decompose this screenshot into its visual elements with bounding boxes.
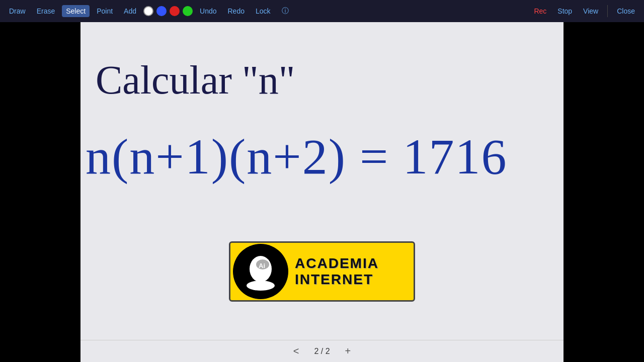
redo-button[interactable]: Redo: [223, 5, 248, 17]
rec-button[interactable]: Rec: [530, 5, 550, 17]
left-black-bar: [0, 22, 80, 362]
prev-page-button[interactable]: <: [288, 343, 304, 359]
color-red-circle[interactable]: [170, 6, 180, 16]
svg-text:Ai: Ai: [259, 262, 265, 269]
page-info: 2 / 2: [314, 347, 330, 356]
stop-button[interactable]: Stop: [553, 5, 576, 17]
toolbar-separator: [607, 5, 608, 17]
whiteboard-title: Calcular "n": [96, 57, 295, 103]
color-green-circle[interactable]: [183, 6, 193, 16]
erase-button[interactable]: Erase: [33, 5, 59, 17]
logo-svg: Ai: [240, 251, 281, 292]
svg-point-2: [247, 281, 275, 291]
whiteboard-content: Calcular "n" n(n+1)(n+2) = 1716 Ai: [80, 22, 564, 342]
next-page-button[interactable]: +: [340, 343, 356, 359]
logo-line1: ACADEMIA: [295, 255, 379, 272]
add-button[interactable]: Add: [120, 5, 140, 17]
lock-button[interactable]: Lock: [252, 5, 275, 17]
canvas-area: Calcular "n" n(n+1)(n+2) = 1716 Ai: [80, 22, 564, 342]
point-button[interactable]: Point: [93, 5, 117, 17]
color-blue-circle[interactable]: [156, 6, 167, 16]
logo-icon-circle: Ai: [233, 244, 288, 299]
academia-internet-logo: Ai ACADEMIA INTERNET: [229, 241, 415, 302]
right-black-bar: [564, 22, 644, 362]
info-button[interactable]: ⓘ: [278, 5, 293, 18]
undo-button[interactable]: Undo: [196, 5, 220, 17]
select-button[interactable]: Select: [62, 5, 90, 17]
color-white-circle[interactable]: [143, 6, 153, 16]
whiteboard-equation: n(n+1)(n+2) = 1716: [86, 128, 507, 186]
pagination-bar: < 2 / 2 +: [80, 340, 564, 362]
close-button[interactable]: Close: [613, 5, 639, 17]
draw-button[interactable]: Draw: [5, 5, 30, 17]
logo-line2: INTERNET: [295, 272, 379, 288]
logo-text: ACADEMIA INTERNET: [291, 255, 379, 288]
view-button[interactable]: View: [579, 5, 602, 17]
toolbar: Draw Erase Select Point Add Undo Redo Lo…: [0, 0, 644, 22]
